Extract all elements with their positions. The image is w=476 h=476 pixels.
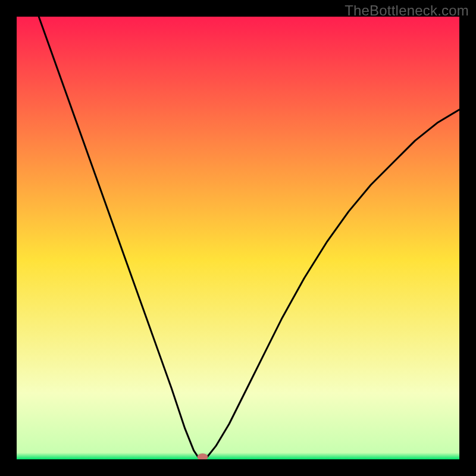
- plot-area: [17, 17, 459, 459]
- gradient-background: [17, 17, 459, 459]
- chart-frame: TheBottleneck.com: [0, 0, 476, 476]
- chart-svg: [17, 17, 459, 459]
- watermark-text: TheBottleneck.com: [345, 2, 469, 19]
